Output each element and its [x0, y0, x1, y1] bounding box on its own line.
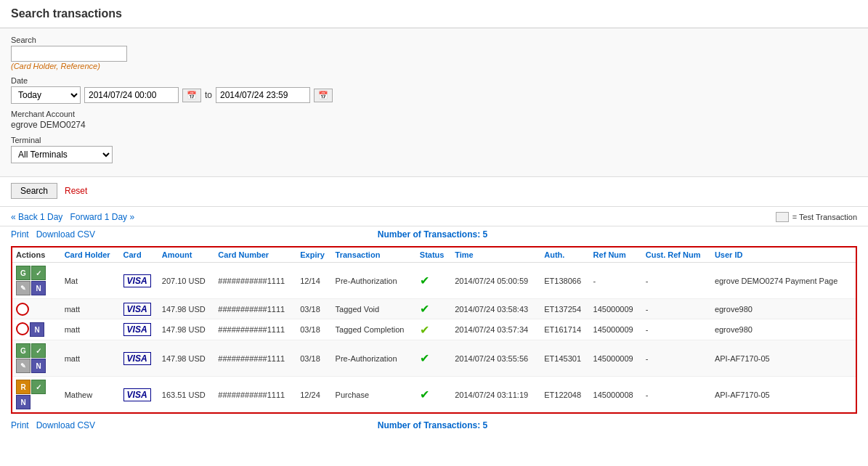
col-ref-num-link[interactable]: Ref Num [593, 250, 626, 259]
col-time: Time [451, 247, 540, 263]
table-top-actions: Print Download CSV [11, 229, 95, 240]
tx-count-bottom: Number of Transactions: 5 [378, 420, 487, 430]
action-r-icon[interactable]: R [16, 380, 31, 394]
expiry-cell: 03/18 [296, 319, 331, 340]
actions-cell: N [12, 319, 61, 340]
download-csv-link-bottom[interactable]: Download CSV [36, 420, 95, 430]
col-amount-link[interactable]: Amount [162, 250, 192, 259]
action-edit-icon[interactable]: ✎ [16, 359, 31, 373]
test-transaction-indicator: = Test Transaction [776, 212, 857, 222]
col-card-link[interactable]: Card [123, 250, 142, 259]
amount-cell: 147.98 USD [158, 340, 215, 377]
col-user-id-link[interactable]: User ID [715, 250, 743, 259]
actions-cell [12, 299, 61, 319]
card-cell: VISA [120, 299, 158, 319]
action-n-icon[interactable]: N [31, 281, 46, 295]
expiry-cell: 12/14 [296, 263, 331, 299]
col-transaction-link[interactable]: Transaction [336, 250, 381, 259]
col-card-number-link[interactable]: Card Number [218, 250, 269, 259]
status-icon: ✔ [420, 274, 429, 287]
table-row: NmattVISA147.98 USD###########111103/18T… [12, 319, 856, 340]
page-title: Search transactions [11, 7, 857, 20]
col-user-id: User ID [711, 247, 856, 263]
action-g-icon[interactable]: G [16, 343, 31, 358]
transaction-cell: Pre-Authorization [332, 340, 416, 377]
action-icons: G✓✎N [16, 343, 52, 373]
forward-1-day-link[interactable]: Forward 1 Day » [70, 212, 134, 222]
card-holder-cell: matt [61, 299, 120, 319]
terminal-select[interactable]: All Terminals [11, 146, 113, 163]
action-n-icon[interactable]: N [30, 322, 44, 337]
back-1-day-link[interactable]: « Back 1 Day [11, 212, 62, 222]
merchant-value: egrove DEMO0274 [11, 120, 857, 130]
status-icon: ✔ [420, 352, 429, 364]
ref-num-cell: 145000009 [590, 340, 642, 377]
action-icons: R✓N [16, 380, 52, 409]
action-icons [16, 303, 52, 316]
user-id-cell: API-AF7170-05 [711, 377, 856, 414]
date-from-input[interactable] [84, 87, 179, 103]
action-v-icon[interactable]: ✓ [31, 266, 46, 280]
download-csv-link-top[interactable]: Download CSV [36, 229, 95, 240]
action-g-icon[interactable]: G [16, 266, 31, 280]
print-link-bottom[interactable]: Print [11, 420, 29, 430]
ref-num-cell: - [590, 263, 642, 299]
transaction-cell: Pre-Authorization [332, 263, 416, 299]
action-n-icon[interactable]: N [16, 395, 31, 409]
col-time-link[interactable]: Time [455, 250, 473, 259]
date-to-calendar-button[interactable]: 📅 [314, 89, 333, 102]
card-cell: VISA [120, 340, 158, 377]
card-holder-cell: matt [61, 340, 120, 377]
action-edit-icon[interactable]: ✎ [16, 281, 31, 295]
visa-logo: VISA [123, 388, 151, 401]
expiry-cell: 03/18 [296, 340, 331, 377]
cust-ref-num-cell: - [642, 263, 711, 299]
col-expiry: Expiry [296, 247, 331, 263]
amount-cell: 163.51 USD [158, 377, 215, 414]
col-cust-ref-num-link[interactable]: Cust. Ref Num [646, 250, 701, 259]
col-card-holder-link[interactable]: Card Holder [65, 250, 110, 259]
status-icon: ✔ [420, 303, 429, 315]
action-n-icon[interactable]: N [31, 359, 46, 373]
amount-cell: 147.98 USD [158, 319, 215, 340]
time-cell: 2014/07/24 03:58:43 [451, 299, 540, 319]
col-status-link[interactable]: Status [420, 250, 445, 259]
time-cell: 2014/07/24 03:11:19 [451, 377, 540, 414]
col-expiry-link[interactable]: Expiry [300, 250, 325, 259]
col-amount: Amount [158, 247, 215, 263]
cust-ref-num-cell: - [642, 377, 711, 414]
merchant-label: Merchant Account [11, 110, 857, 118]
actions-cell: R✓N [12, 377, 61, 414]
search-row: Search (Card Holder, Reference) [11, 36, 857, 70]
table-wrapper: Actions Card Holder Card Amount Card Num… [0, 246, 868, 414]
action-circle-icon[interactable] [16, 322, 29, 335]
search-input[interactable] [11, 46, 127, 62]
print-link-top[interactable]: Print [11, 229, 29, 240]
user-id-cell: egrove980 [711, 319, 856, 340]
action-icons: G✓✎N [16, 266, 52, 295]
terminal-label: Terminal [11, 136, 857, 144]
date-from-calendar-button[interactable]: 📅 [182, 89, 201, 102]
cust-ref-num-cell: - [642, 319, 711, 340]
nav-section: « Back 1 Day Forward 1 Day » = Test Tran… [0, 208, 868, 226]
card-number-cell: ###########1111 [214, 319, 296, 340]
action-v-icon[interactable]: ✓ [31, 380, 46, 394]
auth-cell: ET137254 [540, 299, 589, 319]
search-button[interactable]: Search [11, 183, 57, 199]
status-icon: ✔ [420, 324, 429, 336]
action-circle-icon[interactable] [16, 303, 29, 316]
reset-link[interactable]: Reset [65, 186, 87, 196]
cust-ref-num-cell: - [642, 299, 711, 319]
actions-cell: G✓✎N [12, 263, 61, 299]
visa-logo: VISA [123, 303, 151, 316]
col-auth-link[interactable]: Auth. [544, 250, 564, 259]
table-row: G✓✎NMatVISA207.10 USD###########111112/1… [12, 263, 856, 299]
date-to-input[interactable] [216, 87, 310, 103]
table-bottom-actions: Print Download CSV [11, 420, 95, 430]
date-preset-select[interactable]: Today Yesterday Last 7 Days This Month [11, 86, 81, 104]
user-id-cell: egrove DEMO0274 Payment Page [711, 263, 856, 299]
date-to-label: to [205, 90, 212, 100]
amount-cell: 207.10 USD [158, 263, 215, 299]
action-v-icon[interactable]: ✓ [31, 343, 46, 358]
table-header: Actions Card Holder Card Amount Card Num… [12, 247, 856, 263]
